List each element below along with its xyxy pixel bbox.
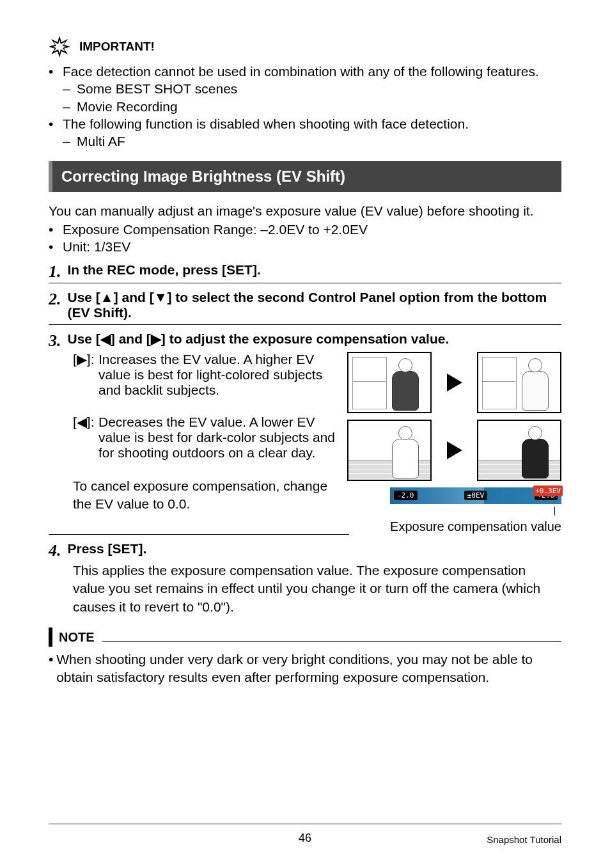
ev-scale-bar: -2.0 ±0EV +2.0 +0.3EV bbox=[390, 487, 561, 504]
illustration-backlit-before bbox=[347, 352, 432, 413]
step-1: 1. In the REC mode, press [SET]. bbox=[49, 262, 561, 279]
step4-body: This applies the exposure compensation v… bbox=[49, 562, 561, 617]
arrow-right-icon bbox=[447, 441, 462, 459]
page-number: 46 bbox=[299, 832, 311, 845]
page-footer: 46 Snapshot Tutorial bbox=[49, 834, 561, 845]
important-sub-2a: – Multi AF bbox=[49, 132, 561, 150]
divider-short bbox=[49, 534, 349, 535]
step-number-4: 4. bbox=[49, 542, 61, 559]
step3-increase: [▶]: Increases the EV value. A higher EV… bbox=[73, 352, 336, 398]
intro-line: You can manually adjust an image's expos… bbox=[49, 202, 561, 221]
step-number-1: 1. bbox=[49, 264, 61, 280]
burst-icon bbox=[49, 36, 70, 58]
illustration-panel: -2.0 ±0EV +2.0 +0.3EV Exposure compensat… bbox=[347, 352, 561, 534]
important-header: IMPORTANT! bbox=[49, 36, 561, 58]
footer-rule bbox=[49, 823, 561, 825]
illustration-row-backlit bbox=[347, 352, 561, 413]
step-2: 2. Use [▲] and [▼] to select the second … bbox=[49, 290, 561, 320]
illustration-row-outdoor bbox=[347, 420, 561, 481]
important-sub-1b: – Movie Recording bbox=[49, 98, 561, 115]
ev-min: -2.0 bbox=[394, 491, 418, 500]
important-bullet-2: • The following function is disabled whe… bbox=[49, 115, 561, 132]
intro-bullet-1: •Exposure Compensation Range: –2.0EV to … bbox=[49, 221, 561, 238]
illustration-outdoor-after bbox=[477, 420, 561, 481]
section-heading: Correcting Image Brightness (EV Shift) bbox=[49, 161, 561, 192]
important-bullet-1: • Face detection cannot be used in combi… bbox=[49, 63, 561, 80]
arrow-right-icon bbox=[447, 374, 462, 391]
step-number-3: 3. bbox=[49, 333, 61, 349]
step-4: 4. Press [SET]. bbox=[49, 541, 561, 558]
note-rule bbox=[102, 641, 561, 642]
ev-mid: ±0EV bbox=[464, 491, 488, 500]
important-label: IMPORTANT! bbox=[79, 40, 155, 54]
step3-decrease: [◀]: Decreases the EV value. A lower EV … bbox=[73, 414, 336, 461]
step-3: 3. Use [◀] and [▶] to adjust the exposur… bbox=[49, 331, 561, 348]
step3-cancel: To cancel exposure compensation, change … bbox=[73, 477, 336, 514]
intro-bullet-2: •Unit: 1/3EV bbox=[49, 238, 561, 255]
note-tick-icon bbox=[49, 627, 52, 647]
divider bbox=[49, 283, 561, 283]
illustration-outdoor-before bbox=[347, 420, 432, 481]
ev-current-value: +0.3EV bbox=[533, 485, 563, 496]
ev-caption: Exposure compensation value bbox=[347, 519, 561, 534]
step-number-2: 2. bbox=[49, 291, 61, 308]
note-bullet: • When shooting under very dark or very … bbox=[49, 651, 561, 686]
footer-section: Snapshot Tutorial bbox=[487, 834, 561, 845]
note-header: NOTE bbox=[49, 627, 561, 647]
important-sub-1a: – Some BEST SHOT scenes bbox=[49, 80, 561, 97]
illustration-backlit-after bbox=[477, 352, 561, 413]
divider bbox=[49, 324, 561, 325]
